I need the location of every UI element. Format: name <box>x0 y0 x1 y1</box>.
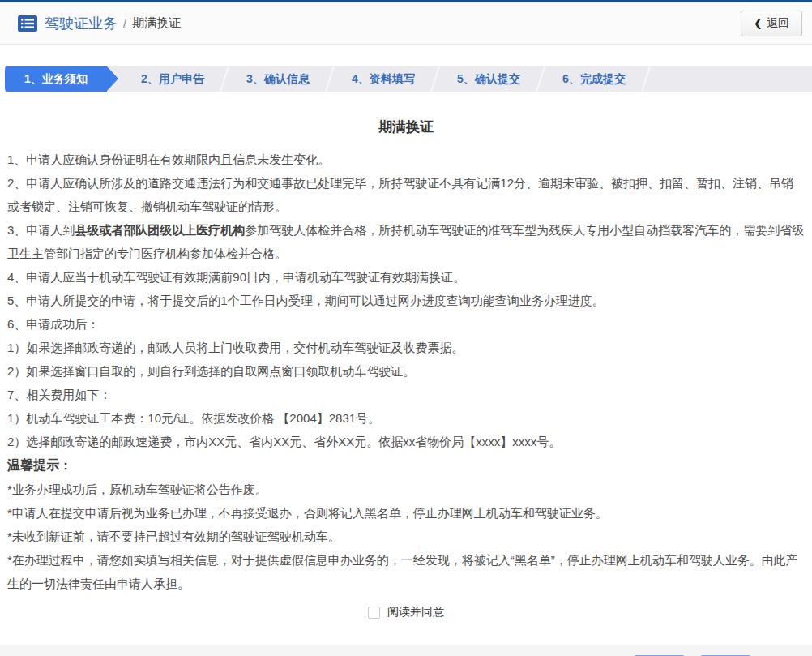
notice-paragraph: 2、申请人应确认所涉及的道路交通违法行为和交通事故已处理完毕，所持驾驶证不具有记… <box>7 171 805 218</box>
step-5-confirm-submit[interactable]: 5、确认提交 <box>436 66 541 92</box>
page-title: 期满换证 <box>0 118 812 136</box>
stepbar-filler <box>647 66 812 92</box>
notice-paragraph: 7、相关费用如下： <box>7 383 805 406</box>
step-1-business-notice[interactable]: 1、业务须知 <box>5 66 107 92</box>
footer-action-bar: 上一步 下一步 <box>0 645 812 656</box>
page-header: 驾驶证业务 / 期满换证 ❮ 返回 <box>0 2 812 45</box>
agreement-row: 阅读并同意 <box>0 605 812 620</box>
back-button-label: 返回 <box>767 16 789 31</box>
back-button[interactable]: ❮ 返回 <box>741 11 802 36</box>
agree-label[interactable]: 阅读并同意 <box>387 605 444 620</box>
notice-paragraph: 1）机动车驾驶证工本费：10元/证。依据发改价格 【2004】2831号。 <box>7 406 805 430</box>
notice-paragraph: 5、申请人所提交的申请，将于提交后的1个工作日内受理，期间可以通过网办进度查询功… <box>7 289 805 312</box>
breadcrumb-section[interactable]: 驾驶证业务 <box>45 14 118 33</box>
step-arrow-icon <box>107 66 118 91</box>
step-label: 5、确认提交 <box>457 72 520 87</box>
step-label: 3、确认信息 <box>246 72 310 87</box>
tip-paragraph: *申请人在提交申请后视为业务已办理，不再接受退办，否则将记入黑名单，停止办理网上… <box>7 501 805 525</box>
notice-paragraph: 6、申请成功后： <box>7 312 805 336</box>
chevron-left-icon: ❮ <box>754 17 763 29</box>
step-label: 6、完成提交 <box>562 72 626 87</box>
notice-paragraph: 1、申请人应确认身份证明在有效期限内且信息未发生变化。 <box>7 148 805 171</box>
tip-paragraph: *未收到新证前，请不要持已超过有效期的驾驶证驾驶机动车。 <box>7 525 805 548</box>
step-2-user-declaration[interactable]: 2、用户申告 <box>120 66 225 92</box>
breadcrumb-current: 期满换证 <box>132 15 181 31</box>
tips-title: 温馨提示： <box>7 453 805 478</box>
step-label: 1、业务须知 <box>24 72 88 87</box>
tip-paragraph: *在办理过程中，请您如实填写相关信息，对于提供虚假信息申办业务的，一经发现，将被… <box>7 548 805 595</box>
notice-paragraph-bold: 县级或者部队团级以上医疗机构 <box>75 223 245 237</box>
agree-checkbox[interactable] <box>368 607 380 619</box>
step-label: 2、用户申告 <box>141 72 204 87</box>
notice-paragraph: 4、申请人应当于机动车驾驶证有效期满前90日内，申请机动车驾驶证有效期满换证。 <box>7 265 805 289</box>
notice-text-block: 1、申请人应确认身份证明在有效期限内且信息未发生变化。 2、申请人应确认所涉及的… <box>0 148 812 595</box>
list-icon <box>18 15 37 32</box>
notice-paragraph: 2）选择邮政寄递的邮政速递费，市内XX元、省内XX元、省外XX元。依据xx省物价… <box>7 430 805 453</box>
notice-paragraph: 1）如果选择邮政寄递的，邮政人员将上门收取费用，交付机动车驾驶证及收费票据。 <box>7 336 805 359</box>
tip-paragraph: *业务办理成功后，原机动车驾驶证将公告作废。 <box>7 478 805 501</box>
step-progress-bar: 1、业务须知 2、用户申告 3、确认信息 4、资料填写 5、确认提交 6、完成提… <box>5 66 812 92</box>
step-3-confirm-info[interactable]: 3、确认信息 <box>225 66 331 92</box>
notice-paragraph: 3、申请人到县级或者部队团级以上医疗机构参加驾驶人体检并合格，所持机动车驾驶证的… <box>7 218 805 265</box>
notice-paragraph-segment: 3、申请人到 <box>7 223 75 237</box>
breadcrumb-separator: / <box>123 16 126 30</box>
step-4-fill-materials[interactable]: 4、资料填写 <box>331 66 436 92</box>
notice-paragraph: 2）如果选择窗口自取的，则自行到选择的自取网点窗口领取机动车驾驶证。 <box>7 359 805 383</box>
step-label: 4、资料填写 <box>352 72 415 87</box>
step-6-complete-submit[interactable]: 6、完成提交 <box>541 66 647 92</box>
